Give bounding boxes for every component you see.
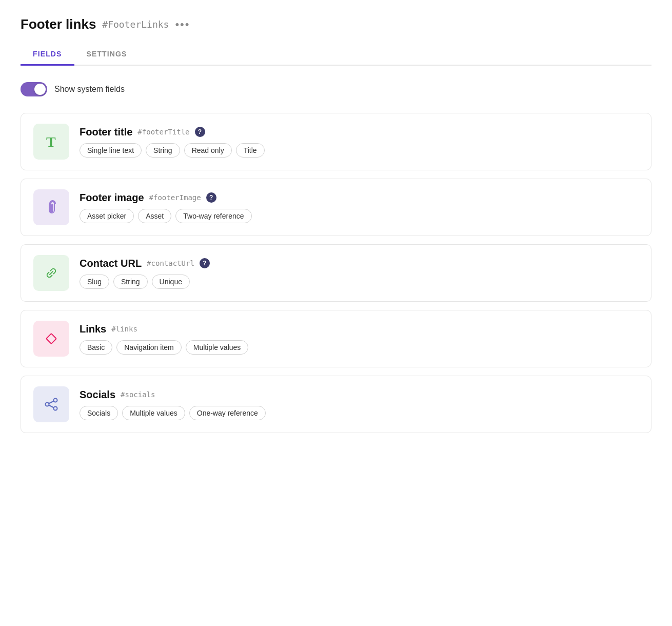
svg-text:T: T — [46, 134, 56, 150]
tab-fields[interactable]: FIELDS — [21, 45, 74, 66]
page-title: Footer links — [21, 16, 96, 32]
field-content-footer-image: Footer image #footerImage ? Asset picker… — [80, 192, 639, 223]
field-hash: #socials — [121, 390, 155, 399]
field-tags: Basic Navigation item Multiple values — [80, 340, 639, 355]
tag: Asset picker — [80, 209, 134, 223]
tab-settings[interactable]: SETTINGS — [74, 45, 140, 66]
help-icon[interactable]: ? — [195, 127, 205, 137]
field-tags: Asset picker Asset Two-way reference — [80, 209, 639, 223]
field-name: Links — [80, 323, 106, 335]
help-icon[interactable]: ? — [206, 192, 216, 203]
field-tags: Single line text String Read only Title — [80, 143, 639, 158]
field-icon-contact-url — [33, 255, 69, 291]
field-name: Contact URL — [80, 258, 142, 269]
page-header: Footer links #FooterLinks ••• — [21, 16, 651, 32]
field-card-socials: Socials #socials Socials Multiple values… — [21, 376, 651, 433]
field-name: Socials — [80, 389, 115, 401]
field-name-row: Footer title #footerTitle ? — [80, 126, 639, 138]
fields-list: T Footer title #footerTitle ? Single lin… — [21, 113, 651, 433]
field-name-row: Footer image #footerImage ? — [80, 192, 639, 204]
field-name-row: Contact URL #contactUrl ? — [80, 258, 639, 269]
tag: One-way reference — [189, 406, 266, 420]
tag: Unique — [152, 275, 190, 289]
field-name: Footer image — [80, 192, 144, 204]
field-icon-footer-title: T — [33, 124, 69, 160]
field-icon-footer-image — [33, 189, 69, 225]
field-card-footer-image: Footer image #footerImage ? Asset picker… — [21, 179, 651, 236]
field-icon-socials — [33, 386, 69, 422]
tag: Multiple values — [186, 340, 249, 355]
toggle-label: Show system fields — [54, 85, 125, 94]
svg-point-3 — [54, 399, 57, 402]
tag: Navigation item — [116, 340, 182, 355]
tag: Asset — [138, 209, 171, 223]
help-icon[interactable]: ? — [200, 258, 210, 268]
show-system-fields-toggle[interactable] — [21, 82, 47, 96]
field-card-links: Links #links Basic Navigation item Multi… — [21, 310, 651, 367]
tag: Two-way reference — [175, 209, 251, 223]
tabs-bar: FIELDS SETTINGS — [21, 45, 651, 66]
field-icon-links — [33, 321, 69, 357]
field-hash: #contactUrl — [147, 259, 194, 267]
tag: Single line text — [80, 143, 142, 158]
tag: Read only — [184, 143, 232, 158]
svg-point-4 — [54, 407, 57, 410]
svg-line-5 — [49, 401, 54, 404]
tag: Multiple values — [122, 406, 185, 420]
field-content-socials: Socials #socials Socials Multiple values… — [80, 389, 639, 420]
field-content-footer-title: Footer title #footerTitle ? Single line … — [80, 126, 639, 158]
toggle-row: Show system fields — [21, 82, 651, 96]
more-options-icon[interactable]: ••• — [175, 18, 190, 31]
field-content-contact-url: Contact URL #contactUrl ? Slug String Un… — [80, 258, 639, 289]
tag: Title — [236, 143, 265, 158]
field-name-row: Links #links — [80, 323, 639, 335]
field-hash: #links — [111, 325, 137, 333]
field-hash: #footerImage — [149, 193, 201, 202]
tag: Basic — [80, 340, 112, 355]
field-name: Footer title — [80, 126, 132, 138]
svg-point-2 — [46, 403, 49, 406]
tag: Slug — [80, 275, 109, 289]
field-tags: Slug String Unique — [80, 275, 639, 289]
tag: String — [146, 143, 180, 158]
field-card-contact-url: Contact URL #contactUrl ? Slug String Un… — [21, 244, 651, 302]
svg-line-6 — [49, 405, 54, 408]
field-name-row: Socials #socials — [80, 389, 639, 401]
field-card-footer-title: T Footer title #footerTitle ? Single lin… — [21, 113, 651, 170]
svg-rect-1 — [46, 334, 56, 344]
tag: String — [113, 275, 148, 289]
field-tags: Socials Multiple values One-way referenc… — [80, 406, 639, 420]
field-hash: #footerTitle — [137, 128, 189, 136]
page-hash: #FooterLinks — [102, 19, 169, 30]
field-content-links: Links #links Basic Navigation item Multi… — [80, 323, 639, 355]
tag: Socials — [80, 406, 118, 420]
